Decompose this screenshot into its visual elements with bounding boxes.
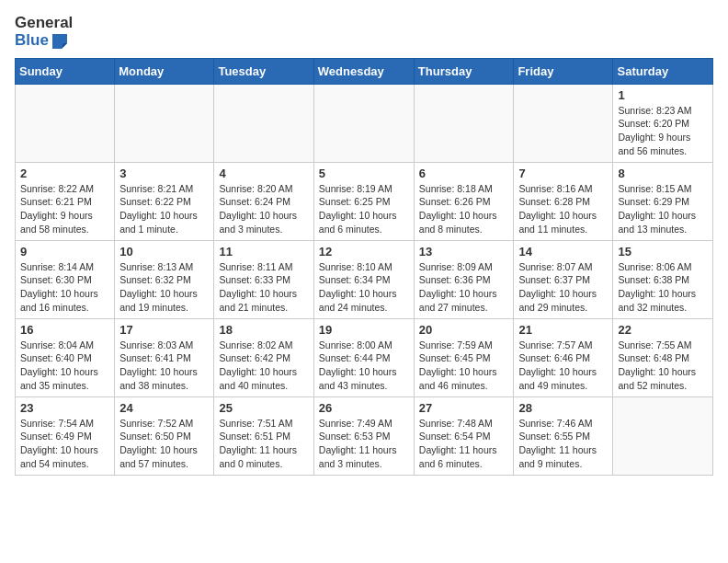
weekday-header-row: SundayMondayTuesdayWednesdayThursdayFrid…: [16, 58, 713, 84]
calendar-cell: 13Sunrise: 8:09 AM Sunset: 6:36 PM Dayli…: [414, 240, 514, 318]
logo-icon: [51, 32, 69, 51]
weekday-header: Tuesday: [214, 58, 313, 84]
calendar-cell: 8Sunrise: 8:15 AM Sunset: 6:29 PM Daylig…: [613, 162, 713, 240]
calendar-cell: [613, 396, 713, 475]
week-row: 23Sunrise: 7:54 AM Sunset: 6:49 PM Dayli…: [16, 396, 713, 475]
calendar-cell: 1Sunrise: 8:23 AM Sunset: 6:20 PM Daylig…: [613, 84, 713, 162]
calendar-cell: [16, 84, 115, 162]
calendar-cell: [514, 84, 613, 162]
day-number: 19: [319, 323, 409, 337]
calendar-cell: 20Sunrise: 7:59 AM Sunset: 6:45 PM Dayli…: [414, 318, 514, 396]
day-number: 27: [419, 401, 509, 415]
day-number: 11: [219, 245, 308, 259]
day-info: Sunrise: 8:03 AM Sunset: 6:41 PM Dayligh…: [119, 339, 209, 393]
day-info: Sunrise: 8:10 AM Sunset: 6:34 PM Dayligh…: [319, 260, 409, 315]
day-number: 4: [219, 167, 308, 180]
day-info: Sunrise: 8:18 AM Sunset: 6:26 PM Dayligh…: [419, 182, 509, 236]
day-number: 3: [119, 167, 209, 180]
calendar-cell: 27Sunrise: 7:48 AM Sunset: 6:54 PM Dayli…: [414, 396, 514, 475]
day-info: Sunrise: 7:59 AM Sunset: 6:45 PM Dayligh…: [419, 339, 509, 393]
day-number: 8: [618, 167, 708, 180]
calendar-table: SundayMondayTuesdayWednesdayThursdayFrid…: [15, 58, 713, 476]
day-info: Sunrise: 7:52 AM Sunset: 6:50 PM Dayligh…: [119, 417, 209, 471]
day-info: Sunrise: 8:20 AM Sunset: 6:24 PM Dayligh…: [219, 182, 308, 236]
calendar-cell: 24Sunrise: 7:52 AM Sunset: 6:50 PM Dayli…: [115, 396, 214, 475]
day-number: 28: [518, 401, 608, 415]
calendar-cell: 22Sunrise: 7:55 AM Sunset: 6:48 PM Dayli…: [613, 318, 713, 396]
calendar-cell: 17Sunrise: 8:03 AM Sunset: 6:41 PM Dayli…: [115, 318, 214, 396]
calendar-cell: [313, 84, 414, 162]
day-number: 2: [20, 167, 109, 180]
calendar-cell: 18Sunrise: 8:02 AM Sunset: 6:42 PM Dayli…: [214, 318, 313, 396]
weekday-header: Friday: [514, 58, 613, 84]
day-number: 15: [618, 245, 708, 259]
weekday-header: Sunday: [16, 58, 115, 84]
day-info: Sunrise: 8:07 AM Sunset: 6:37 PM Dayligh…: [518, 260, 608, 315]
calendar-cell: 4Sunrise: 8:20 AM Sunset: 6:24 PM Daylig…: [214, 162, 313, 240]
calendar-cell: 28Sunrise: 7:46 AM Sunset: 6:55 PM Dayli…: [514, 396, 613, 475]
calendar-cell: 2Sunrise: 8:22 AM Sunset: 6:21 PM Daylig…: [16, 162, 115, 240]
page-header: General Blue: [15, 15, 713, 51]
calendar-cell: 12Sunrise: 8:10 AM Sunset: 6:34 PM Dayli…: [313, 240, 414, 318]
day-info: Sunrise: 8:13 AM Sunset: 6:32 PM Dayligh…: [119, 260, 209, 315]
week-row: 2Sunrise: 8:22 AM Sunset: 6:21 PM Daylig…: [16, 162, 713, 240]
weekday-header: Saturday: [613, 58, 713, 84]
week-row: 16Sunrise: 8:04 AM Sunset: 6:40 PM Dayli…: [16, 318, 713, 396]
day-info: Sunrise: 8:21 AM Sunset: 6:22 PM Dayligh…: [119, 182, 209, 236]
day-info: Sunrise: 7:57 AM Sunset: 6:46 PM Dayligh…: [518, 339, 608, 393]
day-number: 23: [20, 401, 109, 415]
calendar-cell: 25Sunrise: 7:51 AM Sunset: 6:51 PM Dayli…: [214, 396, 313, 475]
calendar-cell: 15Sunrise: 8:06 AM Sunset: 6:38 PM Dayli…: [613, 240, 713, 318]
calendar-cell: [214, 84, 313, 162]
weekday-header: Monday: [115, 58, 214, 84]
day-info: Sunrise: 7:48 AM Sunset: 6:54 PM Dayligh…: [419, 417, 509, 471]
day-info: Sunrise: 8:19 AM Sunset: 6:25 PM Dayligh…: [319, 182, 409, 236]
day-number: 9: [20, 245, 109, 259]
day-number: 26: [319, 401, 409, 415]
day-number: 5: [319, 167, 409, 180]
day-number: 6: [419, 167, 509, 180]
day-info: Sunrise: 7:54 AM Sunset: 6:49 PM Dayligh…: [20, 417, 109, 471]
day-info: Sunrise: 8:22 AM Sunset: 6:21 PM Dayligh…: [20, 182, 109, 236]
day-info: Sunrise: 8:14 AM Sunset: 6:30 PM Dayligh…: [20, 260, 109, 315]
day-number: 21: [518, 323, 608, 337]
calendar-cell: 23Sunrise: 7:54 AM Sunset: 6:49 PM Dayli…: [16, 396, 115, 475]
day-info: Sunrise: 7:49 AM Sunset: 6:53 PM Dayligh…: [319, 417, 409, 471]
calendar-cell: 9Sunrise: 8:14 AM Sunset: 6:30 PM Daylig…: [16, 240, 115, 318]
day-info: Sunrise: 8:09 AM Sunset: 6:36 PM Dayligh…: [419, 260, 509, 315]
day-number: 18: [219, 323, 308, 337]
day-info: Sunrise: 8:15 AM Sunset: 6:29 PM Dayligh…: [618, 182, 708, 236]
calendar-cell: 26Sunrise: 7:49 AM Sunset: 6:53 PM Dayli…: [313, 396, 414, 475]
day-info: Sunrise: 7:46 AM Sunset: 6:55 PM Dayligh…: [518, 417, 608, 471]
calendar-cell: 16Sunrise: 8:04 AM Sunset: 6:40 PM Dayli…: [16, 318, 115, 396]
day-number: 17: [119, 323, 209, 337]
week-row: 1Sunrise: 8:23 AM Sunset: 6:20 PM Daylig…: [16, 84, 713, 162]
logo-general: General: [15, 15, 73, 32]
logo: General Blue: [15, 15, 73, 51]
day-number: 12: [319, 245, 409, 259]
svg-marker-0: [52, 34, 67, 49]
day-number: 7: [518, 167, 608, 180]
calendar-cell: 6Sunrise: 8:18 AM Sunset: 6:26 PM Daylig…: [414, 162, 514, 240]
calendar-cell: 7Sunrise: 8:16 AM Sunset: 6:28 PM Daylig…: [514, 162, 613, 240]
weekday-header: Thursday: [414, 58, 514, 84]
day-info: Sunrise: 8:23 AM Sunset: 6:20 PM Dayligh…: [618, 104, 708, 158]
calendar-cell: [115, 84, 214, 162]
day-number: 25: [219, 401, 308, 415]
calendar-cell: 10Sunrise: 8:13 AM Sunset: 6:32 PM Dayli…: [115, 240, 214, 318]
day-info: Sunrise: 8:11 AM Sunset: 6:33 PM Dayligh…: [219, 260, 308, 315]
calendar-cell: 14Sunrise: 8:07 AM Sunset: 6:37 PM Dayli…: [514, 240, 613, 318]
day-info: Sunrise: 7:51 AM Sunset: 6:51 PM Dayligh…: [219, 417, 308, 471]
day-number: 14: [518, 245, 608, 259]
day-number: 10: [119, 245, 209, 259]
day-number: 20: [419, 323, 509, 337]
day-number: 22: [618, 323, 708, 337]
day-number: 13: [419, 245, 509, 259]
day-info: Sunrise: 8:16 AM Sunset: 6:28 PM Dayligh…: [518, 182, 608, 236]
logo-blue: Blue: [15, 32, 49, 50]
weekday-header: Wednesday: [313, 58, 414, 84]
calendar-cell: 21Sunrise: 7:57 AM Sunset: 6:46 PM Dayli…: [514, 318, 613, 396]
calendar-cell: 11Sunrise: 8:11 AM Sunset: 6:33 PM Dayli…: [214, 240, 313, 318]
day-number: 1: [618, 88, 708, 102]
day-info: Sunrise: 7:55 AM Sunset: 6:48 PM Dayligh…: [618, 339, 708, 393]
